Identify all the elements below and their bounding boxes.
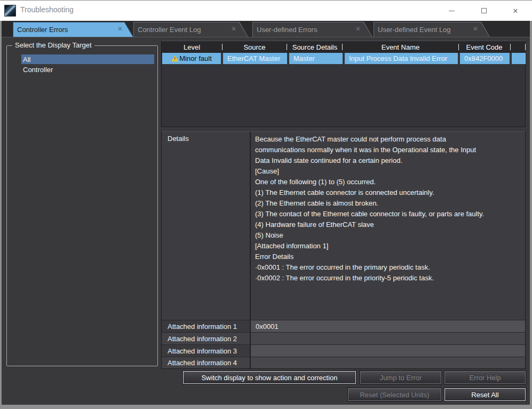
app-icon xyxy=(4,5,16,17)
error-table: Level Source Source Details Event Name E… xyxy=(161,41,526,127)
tab-close-icon[interactable]: ✕ xyxy=(231,26,236,32)
maximize-button[interactable] xyxy=(472,3,496,19)
target-item-all[interactable]: All xyxy=(21,54,154,64)
tab-close-icon[interactable]: ✕ xyxy=(355,26,361,32)
details-text: Because the EtherCAT master could not pe… xyxy=(255,134,522,284)
source-details-cell: Master xyxy=(289,53,343,64)
column-header-source[interactable]: Source xyxy=(222,41,287,53)
tab-user-defined-event-log[interactable]: User-defined Event Log ✕ xyxy=(374,22,490,37)
level-cell: ! Minor fault xyxy=(162,53,221,64)
switch-display-button[interactable]: Switch display to show action and correc… xyxy=(183,371,356,384)
close-icon: ✕ xyxy=(513,7,519,14)
tab-label: User-defined Event Log xyxy=(378,26,451,34)
window-border-right xyxy=(530,21,532,409)
attached-info-value xyxy=(251,357,525,368)
error-help-button[interactable]: Error Help xyxy=(444,371,526,384)
event-code-cell: 0x842F0000 xyxy=(460,53,510,64)
table-header: Level Source Source Details Event Name E… xyxy=(162,41,525,53)
empty-cell xyxy=(512,53,526,64)
display-target-groupbox: Select the Display Target All Controller xyxy=(6,45,158,366)
column-separator xyxy=(287,44,287,50)
tab-label: Controller Event Log xyxy=(138,26,201,34)
source-cell: EtherCAT Master xyxy=(223,53,287,64)
window-border-bottom xyxy=(0,405,532,409)
attached-info-row: Attached information 4 xyxy=(162,357,525,368)
details-panel: Details Because the EtherCAT master coul… xyxy=(161,131,526,369)
error-row-selected[interactable]: ! Minor fault EtherCAT Master Master Inp… xyxy=(162,53,526,64)
jump-to-error-button[interactable]: Jump to Error xyxy=(360,371,441,384)
window-border-left xyxy=(0,21,2,409)
event-name-cell: Input Process Data Invalid Error xyxy=(345,53,458,64)
details-label: Details xyxy=(168,135,189,143)
column-header-event-code[interactable]: Event Code xyxy=(458,41,510,53)
tab-close-icon[interactable]: ✕ xyxy=(473,26,478,32)
column-separator xyxy=(458,44,459,50)
attached-info-row: Attached information 2 xyxy=(162,332,525,344)
tab-label: User-defined Errors xyxy=(257,26,317,34)
tab-controller-errors[interactable]: Controller Errors ✕ xyxy=(13,22,133,37)
attached-info-label: Attached information 3 xyxy=(162,345,250,357)
tab-controller-event-log[interactable]: Controller Event Log ✕ xyxy=(133,22,248,37)
tab-user-defined-errors[interactable]: User-defined Errors ✕ xyxy=(252,22,372,37)
list-item-label: All xyxy=(23,56,30,64)
column-header-event-name[interactable]: Event Name xyxy=(343,41,458,53)
attached-info-value: 0x0001 xyxy=(251,320,525,332)
close-window-button[interactable]: ✕ xyxy=(504,3,527,19)
column-header-level[interactable]: Level xyxy=(162,41,222,53)
tab-label: Controller Errors xyxy=(17,26,68,34)
tab-close-icon[interactable]: ✕ xyxy=(117,26,123,32)
column-separator xyxy=(510,44,511,50)
window-title: Troubleshooting xyxy=(20,5,74,14)
tab-strip: Controller Errors ✕ Controller Event Log… xyxy=(0,21,532,37)
attached-info-label: Attached information 2 xyxy=(162,333,250,344)
attached-info-label: Attached information 4 xyxy=(162,357,250,368)
column-separator xyxy=(525,44,526,50)
groupbox-title: Select the Display Target xyxy=(12,41,94,49)
level-text: Minor fault xyxy=(179,54,212,62)
troubleshooting-window: Troubleshooting ✕ Controller Errors ✕ Co… xyxy=(0,0,532,409)
attached-info-label: Attached information 1 xyxy=(162,320,250,332)
attached-info-value xyxy=(251,345,525,357)
warning-icon: ! xyxy=(171,56,178,61)
reset-all-button[interactable]: Reset All xyxy=(444,388,526,401)
column-separator xyxy=(222,44,223,50)
list-item-label: Controller xyxy=(23,66,53,74)
minimize-icon xyxy=(449,11,455,11)
column-header-source-details[interactable]: Source Details xyxy=(287,41,343,53)
attached-info-row: Attached information 1 0x0001 xyxy=(162,320,525,332)
target-item-controller[interactable]: Controller xyxy=(21,65,154,74)
attached-info-row: Attached information 3 xyxy=(162,344,525,357)
reset-selected-units-button[interactable]: Reset (Selected Units) xyxy=(348,388,441,401)
minimize-button[interactable] xyxy=(440,3,463,19)
maximize-icon xyxy=(481,8,487,13)
column-separator xyxy=(342,44,343,50)
title-bar: Troubleshooting ✕ xyxy=(0,1,532,21)
attached-info-value xyxy=(251,333,525,344)
